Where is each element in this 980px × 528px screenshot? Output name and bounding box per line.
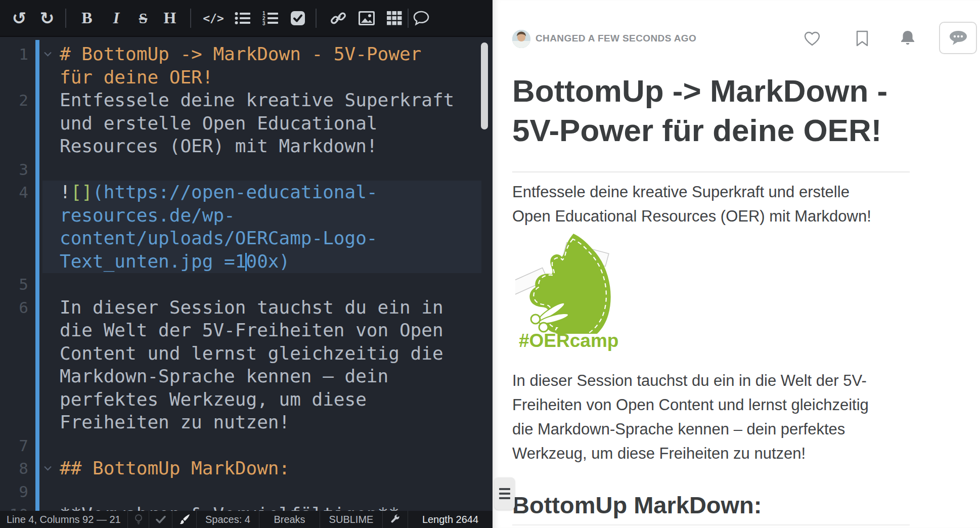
code-text: Content und lernst gleichzeitig die [60, 342, 443, 365]
section-heading: BottomUp MarkDown: [512, 491, 762, 519]
fold-chevron-icon[interactable] [43, 457, 52, 480]
editor-statusbar: Line 4, Columns 92 — 21 Spaces: 4 Breaks… [0, 511, 493, 528]
image-icon[interactable] [359, 0, 375, 36]
toolbar-separator [190, 9, 191, 28]
cursor-position-status: Line 4, Columns 92 — 21 [0, 511, 127, 528]
comment-icon[interactable] [413, 0, 429, 36]
editor-row[interactable]: 8## BottomUp MarkDown: [0, 457, 493, 480]
avatar[interactable] [512, 30, 530, 48]
document-length-status: Length 2644 [408, 511, 493, 528]
editor-row[interactable]: 10**Verwahren & Vervielfältigen** [0, 503, 493, 511]
table-icon[interactable] [387, 0, 402, 36]
italic-icon[interactable]: I [113, 0, 119, 36]
comments-button[interactable] [939, 22, 977, 54]
paintbrush-icon [179, 514, 190, 525]
line-number: 8 [0, 457, 28, 480]
hint-toggle[interactable] [127, 511, 149, 528]
code-text: und erstelle Open Educational [60, 112, 378, 135]
editor-row[interactable]: 5 [0, 273, 493, 296]
heading-icon[interactable]: H [164, 0, 176, 36]
lightbulb-icon [133, 514, 144, 525]
wrench-icon [390, 514, 400, 524]
comment-bubble-icon [948, 30, 968, 46]
editor-row[interactable]: für deine OER! [0, 66, 493, 89]
editor-row[interactable]: resources.de/wp- [0, 204, 493, 227]
editor-row[interactable]: 3 [0, 158, 493, 181]
line-number: 2 [0, 89, 28, 112]
code-block-icon[interactable]: </> [203, 0, 224, 36]
editor-row[interactable]: Markdown-Sprache kennen – dein [0, 365, 493, 388]
document-title: BottomUp -> MarkDown - 5V-Power für dein… [512, 71, 887, 150]
editor-code-area[interactable]: 1# BottomUp -> MarkDown - 5V-Powerfür de… [0, 37, 493, 511]
code-text: # BottomUp -> MarkDown - 5V-Power [60, 42, 421, 66]
editor-row[interactable]: Text_unten.jpg =100x) [0, 250, 493, 273]
indent-setting[interactable]: Spaces: 4 [196, 511, 259, 528]
last-changed-label: CHANGED A FEW SECONDS AGO [536, 22, 696, 55]
like-button[interactable] [803, 22, 821, 55]
unordered-list-icon[interactable] [235, 0, 251, 36]
spellcheck-toggle[interactable] [149, 511, 172, 528]
code-text: perfektes Werkzeug, um diese [60, 388, 367, 411]
editor-scrollbar[interactable] [481, 42, 488, 129]
task-list-icon[interactable] [290, 0, 305, 36]
line-number: 4 [0, 181, 28, 204]
editor-row[interactable]: und erstelle Open Educational [0, 112, 493, 135]
code-text: ![](https://open-educational- [60, 181, 378, 204]
theme-toggle[interactable] [172, 511, 196, 528]
code-text: für deine OER! [60, 66, 213, 89]
oercamp-logo-caption: #OERcamp [519, 330, 618, 351]
code-text: Resources (OER) mit Markdown! [60, 135, 378, 158]
code-text: In dieser Session tauchst du ein in [60, 296, 443, 319]
editor-row[interactable]: 1# BottomUp -> MarkDown - 5V-Power [0, 42, 493, 66]
check-icon [156, 515, 166, 523]
redo-icon[interactable]: ↻ [40, 0, 55, 36]
code-text: ## BottomUp MarkDown: [60, 457, 290, 480]
preview-pane: CHANGED A FEW SECONDS AGO BottomUp -> Ma… [493, 0, 980, 528]
divider [512, 524, 910, 525]
preferences-button[interactable] [382, 511, 408, 528]
editor-row[interactable]: content/uploads/OERCamp-Logo- [0, 227, 493, 250]
ordered-list-icon[interactable]: 123 [262, 0, 279, 36]
editor-row[interactable]: perfektes Werkzeug, um diese [0, 388, 493, 411]
line-number: 10 [0, 503, 28, 511]
bold-icon[interactable]: B [81, 0, 92, 36]
editor-pane: ↺ ↻ B I S H </> 123 [0, 0, 493, 528]
line-number: 3 [0, 158, 28, 181]
bookmark-button[interactable] [855, 22, 869, 55]
code-text: die Welt der 5V-Freiheiten von Open [60, 319, 443, 342]
code-text: content/uploads/OERCamp-Logo- [60, 227, 378, 250]
line-number: 9 [0, 480, 28, 503]
toolbar-separator [316, 9, 317, 28]
editor-row[interactable]: 6In dieser Session tauchst du ein in [0, 296, 493, 319]
pane-resize-handle[interactable] [495, 477, 515, 510]
bookmark-icon [855, 30, 869, 47]
preview-header: CHANGED A FEW SECONDS AGO [512, 22, 980, 55]
body-paragraph: In dieser Session tauchst du ein in die … [512, 369, 869, 466]
editor-row[interactable]: 9 [0, 480, 493, 503]
grip-line [499, 488, 510, 490]
line-number: 1 [0, 42, 28, 66]
markdown-editor-app: ↺ ↻ B I S H </> 123 [0, 0, 980, 528]
line-number: 5 [0, 273, 28, 296]
code-text: **Verwahren & Vervielfältigen** [60, 503, 399, 511]
link-icon[interactable] [330, 0, 346, 36]
editor-row[interactable]: Content und lernst gleichzeitig die [0, 342, 493, 365]
strikethrough-icon[interactable]: S [139, 0, 148, 36]
editor-row[interactable]: die Welt der 5V-Freiheiten von Open [0, 319, 493, 342]
divider [512, 171, 910, 172]
editor-row[interactable]: Freiheiten zu nutzen! [0, 411, 493, 434]
editor-row[interactable]: 7 [0, 434, 493, 457]
editor-row[interactable]: 4![](https://open-educational- [0, 181, 493, 204]
notifications-button[interactable] [900, 22, 916, 55]
line-number: 6 [0, 296, 28, 319]
linebreak-setting[interactable]: Breaks [259, 511, 320, 528]
undo-icon[interactable]: ↺ [12, 0, 27, 36]
editor-row[interactable]: Resources (OER) mit Markdown! [0, 135, 493, 158]
fold-chevron-icon[interactable] [43, 42, 52, 66]
toolbar-separator [408, 9, 409, 28]
heart-icon [803, 30, 821, 47]
oercamp-logo-image [515, 228, 616, 336]
editor-row[interactable]: 2Entfessele deine kreative Superkraft [0, 89, 493, 112]
keymap-setting[interactable]: SUBLIME [320, 511, 382, 528]
code-text: resources.de/wp- [60, 204, 235, 227]
